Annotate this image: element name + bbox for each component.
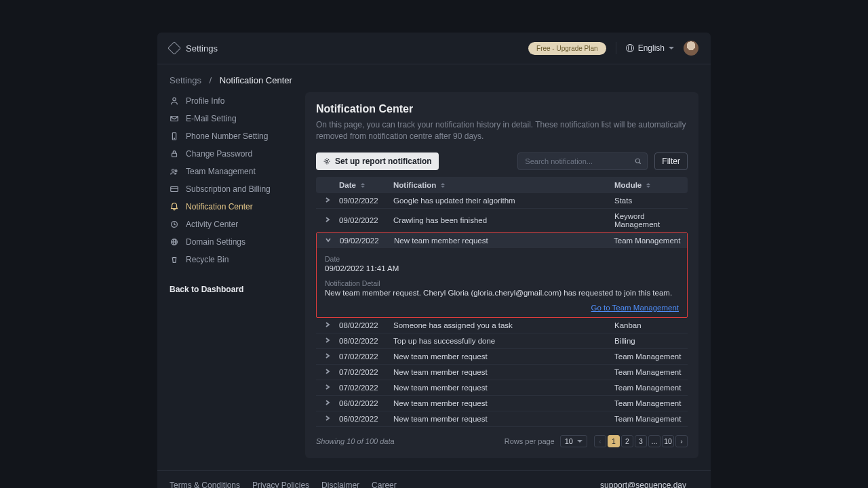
user-icon (170, 96, 179, 106)
page-last[interactable]: 10 (662, 435, 674, 447)
row-notification: New team member request (393, 415, 614, 423)
row-module: Stats (614, 197, 688, 205)
svg-point-5 (172, 169, 175, 172)
setup-report-notification-button[interactable]: Set up report notification (316, 152, 439, 170)
trash-icon (170, 255, 179, 264)
sidebar-item-email-setting[interactable]: E-Mail Setting (170, 110, 289, 127)
sidebar-item-label: Profile Info (186, 96, 224, 106)
row-module: Team Management (614, 384, 688, 392)
sort-icon (361, 183, 365, 188)
upgrade-plan-pill[interactable]: Free - Upgrade Plan (528, 42, 606, 55)
breadcrumb-root[interactable]: Settings (170, 75, 201, 85)
footer-link-terms[interactable]: Terms & Conditions (170, 481, 240, 488)
avatar[interactable] (684, 41, 698, 56)
rows-per-page-label: Rows per page (505, 437, 555, 445)
svg-point-6 (175, 170, 177, 172)
table-row[interactable]: 06/02/2022 New team member request Team … (316, 396, 688, 411)
page-next[interactable]: › (675, 435, 688, 447)
card-icon (170, 184, 179, 194)
page-2[interactable]: 2 (621, 435, 633, 447)
table-row[interactable]: 09/02/2022 Google has updated their algo… (316, 193, 688, 209)
users-icon (170, 167, 179, 176)
expanded-row-highlight: 09/02/2022 New team member request Team … (316, 232, 688, 318)
svg-point-0 (173, 98, 176, 100)
footer-link-disclaimer[interactable]: Disclaimer (321, 481, 359, 488)
sidebar-item-label: Domain Settings (186, 237, 245, 247)
sidebar-item-subscription-billing[interactable]: Subscription and Billing (170, 180, 289, 198)
search-input[interactable] (517, 152, 648, 170)
breadcrumb-separator: / (210, 75, 212, 85)
sidebar-item-domain-settings[interactable]: Domain Settings (170, 233, 289, 251)
page-subtitle: On this page, you can track your notific… (316, 119, 688, 143)
table-row[interactable]: 08/02/2022 Top up has successfully done … (316, 333, 688, 349)
table-row[interactable]: 08/02/2022 Someone has assigned you a ta… (316, 318, 688, 333)
table-header: Date Notification Module (316, 177, 688, 193)
page-1[interactable]: 1 (608, 435, 620, 447)
row-date: 09/02/2022 (339, 197, 393, 205)
language-selector[interactable]: English (626, 43, 674, 53)
row-notification: Top up has successfully done (393, 337, 614, 345)
sort-icon (646, 183, 650, 188)
row-detail-panel: Date 09/02/2022 11:41 AM Notification De… (317, 248, 687, 317)
row-date: 09/02/2022 (340, 237, 394, 245)
chevron-right-icon (324, 321, 331, 328)
row-module: Team Management (614, 368, 688, 376)
back-to-dashboard-link[interactable]: Back to Dashboard (170, 285, 243, 294)
table-row[interactable]: 06/02/2022 New team member request Team … (316, 411, 688, 427)
search-wrapper (517, 152, 648, 170)
chevron-right-icon (324, 337, 331, 344)
row-module: Billing (614, 337, 688, 345)
mail-icon (170, 114, 179, 123)
go-to-team-management-link[interactable]: Go to Team Management (591, 304, 679, 312)
lock-icon (170, 149, 179, 159)
sidebar-item-notification-center[interactable]: Notification Center (170, 198, 289, 216)
table-row[interactable]: 07/02/2022 New team member request Team … (316, 349, 688, 365)
breadcrumb-current: Notification Center (220, 75, 292, 85)
sidebar-item-label: E-Mail Setting (186, 114, 237, 123)
row-notification: New team member request (393, 399, 614, 407)
rows-per-page-select[interactable]: 10 (560, 435, 587, 447)
breadcrumb: Settings / Notification Center (157, 64, 711, 88)
page-prev[interactable]: ‹ (594, 435, 606, 447)
table-row[interactable]: 07/02/2022 New team member request Team … (316, 380, 688, 396)
sidebar-item-label: Subscription and Billing (186, 184, 271, 194)
table-row[interactable]: 09/02/2022 New team member request Team … (317, 233, 687, 248)
footer-support-email[interactable]: support@sequence.day (600, 481, 686, 488)
settings-sidebar: Profile Info E-Mail Setting Phone Number… (170, 92, 289, 458)
page-3[interactable]: 3 (635, 435, 647, 447)
table-row[interactable]: 07/02/2022 New team member request Team … (316, 365, 688, 380)
chevron-right-icon (324, 197, 331, 203)
row-date: 07/02/2022 (339, 384, 393, 392)
sort-icon (441, 183, 445, 188)
column-header-notification[interactable]: Notification (393, 181, 614, 189)
sidebar-item-profile-info[interactable]: Profile Info (170, 92, 289, 110)
app-logo-icon (167, 41, 181, 55)
chevron-down-icon (577, 440, 583, 443)
footer-link-privacy[interactable]: Privacy Policies (252, 481, 309, 488)
chevron-right-icon (324, 384, 331, 390)
table-row[interactable]: 09/02/2022 Crawling has been finished Ke… (316, 209, 688, 232)
setup-button-label: Set up report notification (335, 157, 432, 166)
row-date: 07/02/2022 (339, 352, 393, 361)
sidebar-item-change-password[interactable]: Change Password (170, 145, 289, 163)
sidebar-item-recycle-bin[interactable]: Recycle Bin (170, 251, 289, 268)
detail-date-value: 09/02/2022 11:41 AM (325, 264, 679, 272)
search-icon (634, 157, 642, 165)
sidebar-item-phone-setting[interactable]: Phone Number Setting (170, 127, 289, 145)
column-header-module[interactable]: Module (614, 181, 688, 189)
filter-button[interactable]: Filter (654, 152, 688, 170)
sidebar-item-team-management[interactable]: Team Management (170, 163, 289, 180)
language-label: English (638, 43, 665, 53)
row-notification: Crawling has been finished (393, 216, 614, 224)
row-module: Keyword Management (614, 212, 688, 228)
row-module: Team Management (614, 352, 688, 361)
footer-link-career[interactable]: Career (372, 481, 397, 488)
detail-notification-label: Notification Detail (325, 279, 679, 287)
column-header-date[interactable]: Date (339, 181, 393, 189)
chevron-down-icon (325, 237, 332, 243)
sidebar-item-activity-center[interactable]: Activity Center (170, 216, 289, 233)
topbar-divider (616, 42, 616, 54)
globe-icon (170, 237, 179, 247)
sidebar-item-label: Activity Center (186, 220, 238, 229)
chevron-down-icon (669, 47, 674, 49)
